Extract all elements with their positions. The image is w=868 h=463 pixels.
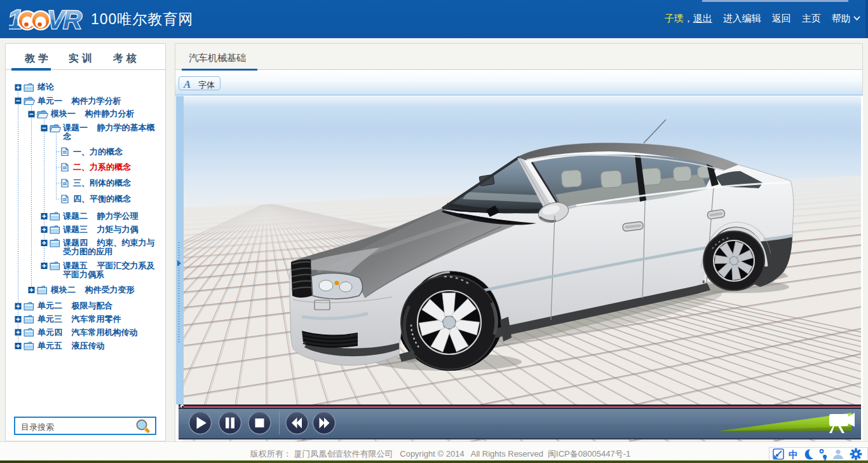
svg-text:中: 中 bbox=[789, 449, 798, 460]
svg-text:VR: VR bbox=[47, 5, 82, 32]
